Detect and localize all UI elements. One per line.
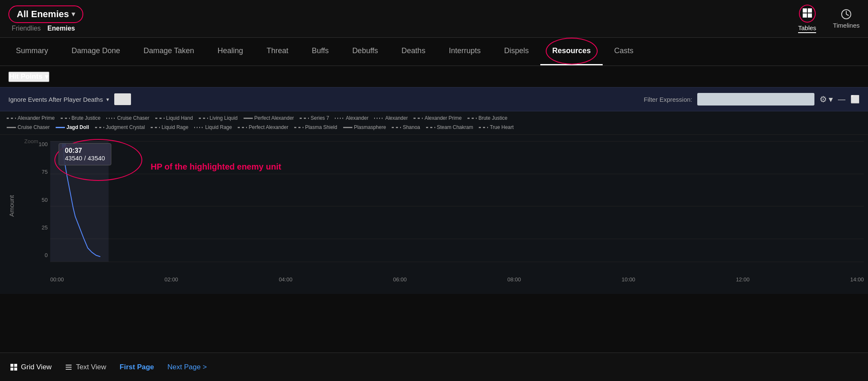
tab-debuffs[interactable]: Debuffs <box>341 38 390 65</box>
legend-line-icon <box>155 118 164 119</box>
legend-item-plasmasphere: Plasmasphere <box>343 123 386 132</box>
enemies-tab[interactable]: Enemies <box>47 25 75 32</box>
gear-button[interactable]: ⚙ ▾ <box>819 94 833 104</box>
x-tick-200: 02:00 <box>164 276 178 283</box>
legend-label: Liquid Hand <box>166 114 193 123</box>
legend-line-icon <box>392 127 401 128</box>
svg-rect-12 <box>14 368 17 371</box>
legend-label: Judgment Crystal <box>106 123 145 132</box>
legend-label: Plasma Shield <box>305 123 337 132</box>
next-page-button[interactable]: Next Page > <box>167 363 207 371</box>
legend-item-jagd-doll: Jagd Doll <box>56 123 89 132</box>
all-enemies-button[interactable]: All Enemies ▾ <box>8 5 83 23</box>
ignore-events-label: Ignore Events After Player Deaths <box>8 96 103 103</box>
minimize-button[interactable]: — <box>838 95 845 104</box>
legend-item-alexander-prime-2: Alexander Prime <box>413 114 462 123</box>
legend-label: Cruise Chaser <box>117 114 149 123</box>
timelines-view-option[interactable]: Timelines <box>833 8 860 29</box>
tooltip-hp: 43540 / 43540 <box>65 154 105 162</box>
legend-label: Brute Justice <box>478 114 507 123</box>
legend-line-icon <box>106 118 116 119</box>
tab-damage-taken[interactable]: Damage Taken <box>132 38 206 65</box>
tab-interrupts[interactable]: Interrupts <box>437 38 492 65</box>
legend-line-icon <box>56 127 65 128</box>
x-axis-labels: 00:00 02:00 04:00 06:00 08:00 10:00 12:0… <box>50 276 864 283</box>
timelines-clock-icon <box>840 8 852 20</box>
top-bar-left: All Enemies ▾ Friendlies Enemies <box>8 5 83 32</box>
legend-line-icon <box>467 118 477 119</box>
tab-casts[interactable]: Casts <box>603 38 645 65</box>
tables-label: Tables <box>798 24 816 31</box>
filter-expression-input[interactable] <box>697 93 814 106</box>
legend-line-icon <box>238 127 247 128</box>
grid-view-button[interactable]: Grid View <box>10 363 51 371</box>
legend-line-icon <box>335 118 344 119</box>
legend-item-living-liquid: Living Liquid <box>199 114 238 123</box>
ignore-events-button[interactable]: Ignore Events After Player Deaths ▾ <box>8 96 109 103</box>
hit-points-arrow: ▾ <box>45 72 49 81</box>
text-view-button[interactable]: Text View <box>65 363 106 371</box>
hp-annotation: HP of the highlighted enemy unit <box>151 162 281 172</box>
legend-label: Series 7 <box>311 114 329 123</box>
x-tick-800: 08:00 <box>507 276 521 283</box>
legend-line-icon <box>199 118 208 119</box>
legend-item-judgment-crystal: Judgment Crystal <box>95 123 145 132</box>
legend-label: Alexander <box>385 114 408 123</box>
svg-rect-1 <box>808 8 812 13</box>
svg-rect-2 <box>803 13 807 18</box>
y-tick-25: 25 <box>42 224 48 231</box>
gear-arrow: ▾ <box>829 94 833 104</box>
tab-deaths[interactable]: Deaths <box>390 38 437 65</box>
legend-row-2: Cruise Chaser Jagd Doll Judgment Crystal… <box>7 123 861 132</box>
tab-summary[interactable]: Summary <box>4 38 60 65</box>
y-tick-75: 75 <box>42 169 48 175</box>
legend-label: Perfect Alexander <box>249 123 288 132</box>
first-page-button[interactable]: First Page <box>120 363 154 371</box>
tab-buffs[interactable]: Buffs <box>300 38 341 65</box>
legend-item-cruise-chaser-1: Cruise Chaser <box>106 114 149 123</box>
legend-label: Liquid Rage <box>162 123 188 132</box>
legend-item-shanoa: Shanoa <box>392 123 420 132</box>
legend-line-icon <box>479 127 488 128</box>
bottom-bar: Grid View Text View First Page Next Page… <box>0 353 868 381</box>
friendlies-tab[interactable]: Friendlies <box>12 25 41 32</box>
legend-item-alexander-1: Alexander <box>335 114 368 123</box>
tab-damage-done[interactable]: Damage Done <box>60 38 132 65</box>
all-enemies-label: All Enemies <box>17 9 69 20</box>
legend-item-brute-justice-1: Brute Justice <box>61 114 100 123</box>
tooltip-time: 00:37 <box>65 147 105 154</box>
tab-dispels[interactable]: Dispels <box>492 38 540 65</box>
tooltip-box: 00:37 43540 / 43540 <box>59 143 111 165</box>
legend-line-icon <box>294 127 303 128</box>
tab-resources[interactable]: Resources <box>540 38 602 65</box>
hit-points-button[interactable]: Hit Points ▾ <box>8 72 49 82</box>
legend-item-steam-chakram: Steam Chakram <box>426 123 473 132</box>
legend-label: Liquid Rage <box>205 123 232 132</box>
legend-area: Alexander Prime Brute Justice Cruise Cha… <box>0 111 868 135</box>
svg-rect-3 <box>808 13 812 18</box>
legend-line-icon <box>61 118 70 119</box>
tab-healing[interactable]: Healing <box>206 38 255 65</box>
tab-threat[interactable]: Threat <box>255 38 300 65</box>
tables-view-option[interactable]: Tables <box>798 5 816 33</box>
y-tick-0: 0 <box>45 252 48 258</box>
x-tick-600: 06:00 <box>393 276 407 283</box>
legend-label: Alexander <box>346 114 368 123</box>
top-bar: All Enemies ▾ Friendlies Enemies Tables <box>0 0 868 38</box>
grid-line-0 <box>50 262 864 262</box>
legend-label: Living Liquid <box>210 114 238 123</box>
tables-grid-icon <box>801 7 813 19</box>
top-bar-right: Tables Timelines <box>798 5 860 33</box>
legend-line-icon <box>95 127 104 128</box>
legend-line-icon <box>151 127 160 128</box>
legend-item-brute-justice-2: Brute Justice <box>467 114 507 123</box>
chart-controls-left: Ignore Events After Player Deaths ▾ <box>8 93 131 105</box>
legend-item-liquid-hand: Liquid Hand <box>155 114 193 123</box>
hit-points-label: Hit Points <box>9 72 42 81</box>
chart-area: Zoom Amount 100 75 50 25 0 00:3 <box>0 135 868 294</box>
expand-button[interactable]: ⬜ <box>850 95 860 104</box>
filter-expression-label: Filter Expression: <box>644 96 692 103</box>
grid-view-icon <box>10 363 18 371</box>
y-tick-50: 50 <box>42 197 48 203</box>
legend-line-icon <box>7 127 16 128</box>
